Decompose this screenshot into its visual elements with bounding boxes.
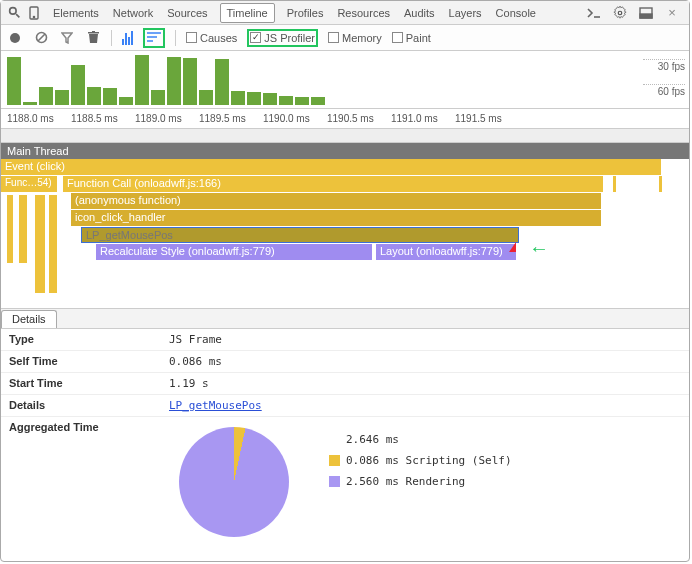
garbage-icon[interactable] (85, 30, 101, 46)
flame-chart[interactable]: Main Thread Event (click) Func…54) Funct… (1, 143, 689, 309)
tick: 1190.5 ms (327, 113, 391, 124)
start-time-value: 1.19 s (161, 373, 689, 395)
tick: 1188.5 ms (71, 113, 135, 124)
recalc-style-bar[interactable]: Recalculate Style (onloadwff.js:779) (96, 244, 372, 260)
minimap-scroll[interactable] (1, 129, 689, 143)
paint-checkbox[interactable]: Paint (392, 32, 431, 44)
js-profiler-checkbox[interactable]: JS Profiler (250, 32, 315, 44)
type-value: JS Frame (161, 329, 689, 351)
paint-label: Paint (406, 32, 431, 44)
layout-bar[interactable]: Layout (onloadwff.js:779) (376, 244, 516, 260)
toolbar-right: × (585, 4, 685, 22)
details-link[interactable]: LP_getMousePos (169, 399, 262, 412)
tab-resources[interactable]: Resources (335, 3, 392, 23)
tab-audits[interactable]: Audits (402, 3, 437, 23)
fps-30-label: 30 fps (643, 59, 685, 72)
anon-func-bar[interactable]: (anonymous function) (71, 193, 601, 209)
tab-timeline[interactable]: Timeline (220, 3, 275, 23)
settings-gear-icon[interactable] (611, 4, 629, 22)
device-icon[interactable] (25, 4, 43, 22)
legend-total: 2.646 ms (329, 433, 512, 446)
tab-sources[interactable]: Sources (165, 3, 209, 23)
aggregated-label: Aggregated Time (1, 417, 161, 547)
event-click-bar[interactable]: Event (click) (1, 159, 661, 175)
annotation-arrow-icon: ← (529, 237, 549, 260)
frames-view-icon[interactable] (122, 31, 133, 45)
separator (175, 30, 176, 46)
flame-stripe (19, 195, 27, 263)
icon-click-handler-bar[interactable]: icon_click_handler (71, 210, 601, 226)
function-call-bar[interactable]: Function Call (onloadwff.js:166) (63, 176, 603, 192)
self-time-label: Self Time (1, 351, 161, 373)
warning-triangle-icon (509, 242, 516, 252)
pie-legend: 2.646 ms 0.086 ms Scripting (Self) 2.560… (329, 427, 512, 488)
tiny-bar[interactable] (613, 176, 616, 192)
tiny-bar[interactable] (659, 176, 662, 192)
console-toggle-icon[interactable] (585, 4, 603, 22)
timeline-controls: Causes JS Profiler Memory Paint (1, 25, 689, 51)
type-label: Type (1, 329, 161, 351)
func-bar-truncated[interactable]: Func…54) (1, 176, 57, 192)
record-icon[interactable] (7, 30, 23, 46)
tick: 1191.0 ms (391, 113, 455, 124)
tab-layers[interactable]: Layers (447, 3, 484, 23)
tick: 1189.5 ms (199, 113, 263, 124)
checkbox-icon (392, 32, 403, 43)
details-tab[interactable]: Details (1, 310, 57, 328)
js-profiler-highlight: JS Profiler (247, 29, 318, 47)
details-tabstrip: Details (1, 309, 689, 329)
clear-icon[interactable] (33, 30, 49, 46)
close-icon[interactable]: × (663, 4, 681, 22)
tab-profiles[interactable]: Profiles (285, 3, 326, 23)
tick: 1188.0 ms (7, 113, 71, 124)
self-time-value: 0.086 ms (161, 351, 689, 373)
tick: 1190.0 ms (263, 113, 327, 124)
js-profiler-label: JS Profiler (264, 32, 315, 44)
details-label: Details (1, 395, 161, 417)
swatch-rendering (329, 476, 340, 487)
search-icon[interactable] (5, 4, 23, 22)
panel-tabs: Elements Network Sources Timeline Profil… (45, 3, 583, 23)
overview-bars (7, 55, 641, 105)
flame-stripe (49, 195, 57, 293)
flame-stripe (7, 195, 13, 263)
separator (111, 30, 112, 46)
checkbox-checked-icon (250, 32, 261, 43)
fps-60-label: 60 fps (643, 84, 685, 97)
svg-point-6 (10, 33, 20, 43)
main-thread-header: Main Thread (1, 143, 689, 159)
svg-rect-5 (640, 14, 652, 18)
tick: 1191.5 ms (455, 113, 519, 124)
cpu-overview[interactable]: 30 fps 60 fps (1, 51, 689, 109)
getmousepos-bar[interactable]: LP_getMousePos (81, 227, 519, 243)
filter-icon[interactable] (59, 30, 75, 46)
swatch-scripting (329, 455, 340, 466)
checkbox-icon (328, 32, 339, 43)
svg-point-2 (33, 16, 34, 17)
svg-point-3 (618, 11, 622, 15)
legend-rendering: 2.560 ms Rendering (329, 475, 512, 488)
tab-console[interactable]: Console (494, 3, 538, 23)
flame-view-icon[interactable] (143, 28, 165, 48)
flame-stripe (35, 195, 45, 293)
time-ruler[interactable]: 1188.0 ms 1188.5 ms 1189.0 ms 1189.5 ms … (1, 109, 689, 129)
dock-icon[interactable] (637, 4, 655, 22)
checkbox-icon (186, 32, 197, 43)
tick: 1189.0 ms (135, 113, 199, 124)
details-grid: Type JS Frame Self Time 0.086 ms Start T… (1, 329, 689, 547)
causes-checkbox[interactable]: Causes (186, 32, 237, 44)
tab-elements[interactable]: Elements (51, 3, 101, 23)
aggregated-pie-chart (179, 427, 289, 537)
tab-network[interactable]: Network (111, 3, 155, 23)
fps-lines: 30 fps 60 fps (643, 59, 685, 97)
svg-point-0 (9, 8, 16, 15)
causes-label: Causes (200, 32, 237, 44)
devtools-window: Elements Network Sources Timeline Profil… (0, 0, 690, 562)
memory-checkbox[interactable]: Memory (328, 32, 382, 44)
main-toolbar: Elements Network Sources Timeline Profil… (1, 1, 689, 25)
aggregated-content: 2.646 ms 0.086 ms Scripting (Self) 2.560… (169, 421, 681, 543)
legend-scripting: 0.086 ms Scripting (Self) (329, 454, 512, 467)
memory-label: Memory (342, 32, 382, 44)
start-time-label: Start Time (1, 373, 161, 395)
